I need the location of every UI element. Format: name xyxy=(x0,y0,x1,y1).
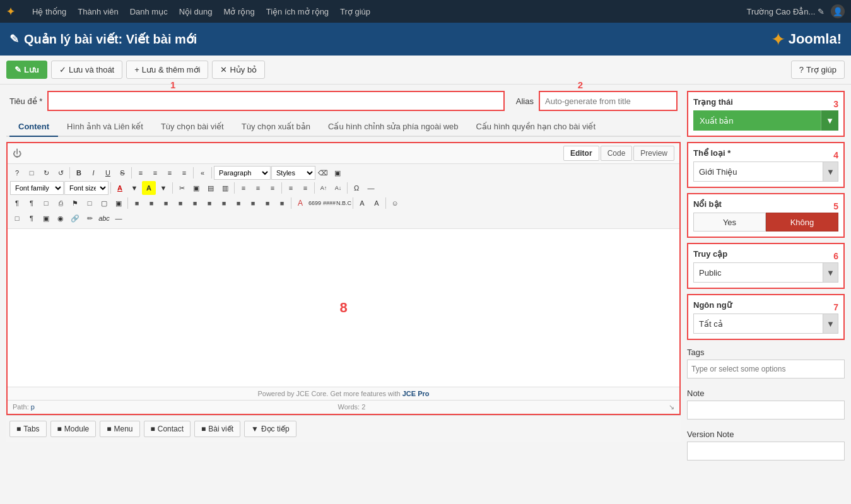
cancel-button[interactable]: ✕ Hủy bỏ xyxy=(212,61,265,79)
editor-spellcheck-btn[interactable]: ⚑ xyxy=(68,196,82,210)
editor-img11-btn[interactable]: ■ xyxy=(275,196,289,210)
help-button[interactable]: ? Trợ giúp xyxy=(791,61,845,79)
editor-subscript-btn[interactable]: A↓ xyxy=(331,181,345,195)
editor-img3-btn[interactable]: ■ xyxy=(159,196,173,210)
editor-toggle-btn[interactable]: A xyxy=(293,196,307,210)
editor-paste2-btn[interactable]: ▤ xyxy=(204,181,218,195)
editor-img6-btn[interactable]: ■ xyxy=(202,196,216,210)
editor-align4-btn[interactable]: ≡ xyxy=(266,181,279,195)
editor-highlight-btn[interactable]: A xyxy=(142,181,156,195)
editor-copy-btn[interactable]: ▣ xyxy=(189,181,203,195)
insert-tabs-btn[interactable]: ■ Tabs xyxy=(9,421,47,437)
nav-item-thanhvien[interactable]: Thành viên xyxy=(78,7,118,16)
version-note-input[interactable] xyxy=(687,442,845,460)
code-view-btn[interactable]: Code xyxy=(601,146,633,161)
font-family-select[interactable]: Font family xyxy=(10,181,64,195)
editor-img2-btn[interactable]: ■ xyxy=(144,196,158,210)
tab-publish-options[interactable]: Tùy chọn xuất bản xyxy=(233,117,319,137)
editor-print-btn[interactable]: ⎙ xyxy=(54,196,67,210)
editor-clear-btn[interactable]: ⌫ xyxy=(316,166,330,180)
editor-redo-btn[interactable]: ↺ xyxy=(54,166,67,180)
featured-yes-btn[interactable]: Yes xyxy=(693,213,766,231)
nav-item-trogiup[interactable]: Trợ giúp xyxy=(340,7,370,16)
user-avatar-icon[interactable]: 👤 xyxy=(831,4,845,18)
editor-img5-btn[interactable]: ■ xyxy=(188,196,202,210)
language-arrow[interactable]: ▼ xyxy=(823,314,838,333)
editor-extra4-btn[interactable]: ◉ xyxy=(54,211,67,225)
tab-permissions[interactable]: Cấu hình quyền hạn cho bài viết xyxy=(467,117,604,137)
editor-underline-btn[interactable]: U xyxy=(101,166,115,180)
nav-item-danhmuc[interactable]: Danh mục xyxy=(130,7,168,16)
insert-article-btn[interactable]: ■ Bài viết xyxy=(194,421,240,437)
editor-img9-btn[interactable]: ■ xyxy=(246,196,260,210)
editor-img10-btn[interactable]: ■ xyxy=(261,196,274,210)
editor-extra3-btn[interactable]: ▣ xyxy=(39,211,53,225)
editor-align2-btn[interactable]: ≡ xyxy=(237,181,250,195)
nav-item-hethong[interactable]: Hệ thống xyxy=(32,7,66,16)
editor-num1-btn[interactable]: 6699 xyxy=(308,196,322,210)
save-new-button[interactable]: + Lưu & thêm mới xyxy=(126,61,208,79)
editor-paste3-btn[interactable]: ▥ xyxy=(218,181,232,195)
editor-table2-btn[interactable]: □ xyxy=(10,211,24,225)
editor-new-btn[interactable]: □ xyxy=(25,166,38,180)
preview-view-btn[interactable]: Preview xyxy=(633,146,674,161)
save-button[interactable]: ✎ Lưu xyxy=(6,61,47,79)
insert-menu-btn[interactable]: ■ Menu xyxy=(100,421,139,437)
paragraph-select[interactable]: Paragraph xyxy=(214,166,271,180)
note-input[interactable] xyxy=(687,401,845,419)
editor-outdent-btn[interactable]: ¶ xyxy=(25,196,38,210)
editor-italic-btn[interactable]: I xyxy=(86,166,100,180)
editor-spell-btn[interactable]: abc xyxy=(97,211,111,225)
font-size-select[interactable]: Font size xyxy=(64,181,109,195)
alias-input[interactable] xyxy=(539,91,678,111)
editor-num3-btn[interactable]: N.B.C xyxy=(337,196,351,210)
editor-visual-chars-btn[interactable]: ▢ xyxy=(97,196,111,210)
editor-extra1-btn[interactable]: ▣ xyxy=(112,196,126,210)
editor-img4-btn[interactable]: ■ xyxy=(173,196,187,210)
editor-a2-btn[interactable]: A xyxy=(370,196,384,210)
power-icon[interactable]: ⏻ xyxy=(13,148,21,158)
status-select-btn[interactable]: Xuất bản xyxy=(693,110,821,131)
styles-select[interactable]: Styles xyxy=(271,166,315,180)
editor-num2-btn[interactable]: #### xyxy=(322,196,336,210)
editor-emoji-btn[interactable]: ☺ xyxy=(388,196,402,210)
tab-content[interactable]: Content xyxy=(9,117,58,137)
save-close-button[interactable]: ✓ Lưu và thoát xyxy=(51,61,122,79)
editor-align3-btn[interactable]: ≡ xyxy=(251,181,265,195)
insert-readmore-btn[interactable]: ▼ Đọc tiếp xyxy=(244,421,296,437)
tab-images-links[interactable]: Hình ảnh và Liên kết xyxy=(58,117,152,137)
editor-extra2-btn[interactable]: ¶ xyxy=(25,211,38,225)
access-arrow[interactable]: ▼ xyxy=(823,263,838,282)
editor-img8-btn[interactable]: ■ xyxy=(232,196,245,210)
editor-align-right-btn[interactable]: ≡ xyxy=(163,166,177,180)
user-name[interactable]: Trường Cao Đẳn... ✎ xyxy=(747,7,825,16)
editor-view-btn[interactable]: Editor xyxy=(563,146,599,161)
editor-table-btn[interactable]: □ xyxy=(39,196,53,210)
status-arrow-btn[interactable]: ▼ xyxy=(821,110,838,131)
category-arrow[interactable]: ▼ xyxy=(823,162,838,181)
nav-item-morong[interactable]: Mở rộng xyxy=(223,7,254,16)
editor-a1-btn[interactable]: A xyxy=(355,196,369,210)
editor-undo-btn[interactable]: ↻ xyxy=(39,166,53,180)
editor-unlink-btn[interactable]: ✏ xyxy=(83,211,97,225)
path-value[interactable]: p xyxy=(31,403,35,411)
editor-paste-btn[interactable]: ▣ xyxy=(331,166,344,180)
editor-highlight-arrow-btn[interactable]: ▼ xyxy=(156,181,170,195)
tags-input[interactable] xyxy=(687,360,845,378)
tab-editor-config[interactable]: Cấu hình chỉnh sửa phía ngoài web xyxy=(319,117,467,137)
editor-img1-btn[interactable]: ■ xyxy=(130,196,144,210)
resize-handle[interactable]: ↘ xyxy=(669,403,674,411)
insert-contact-btn[interactable]: ■ Contact xyxy=(144,421,191,437)
featured-no-btn[interactable]: Không xyxy=(766,213,838,231)
editor-fontcolor-btn[interactable]: A xyxy=(113,181,127,195)
nav-item-noidung[interactable]: Nội dung xyxy=(179,7,213,16)
editor-list-ul-btn[interactable]: ≡ xyxy=(298,181,312,195)
editor-body[interactable]: 8 xyxy=(8,229,679,387)
editor-indent-btn[interactable]: ¶ xyxy=(10,196,24,210)
editor-cut-btn[interactable]: ✂ xyxy=(175,181,189,195)
editor-list-ol-btn[interactable]: ≡ xyxy=(284,181,298,195)
editor-blockquote-btn[interactable]: « xyxy=(196,166,209,180)
editor-link-btn[interactable]: 🔗 xyxy=(68,211,82,225)
editor-special-char-btn[interactable]: Ω xyxy=(349,181,363,195)
title-input[interactable] xyxy=(47,91,504,111)
